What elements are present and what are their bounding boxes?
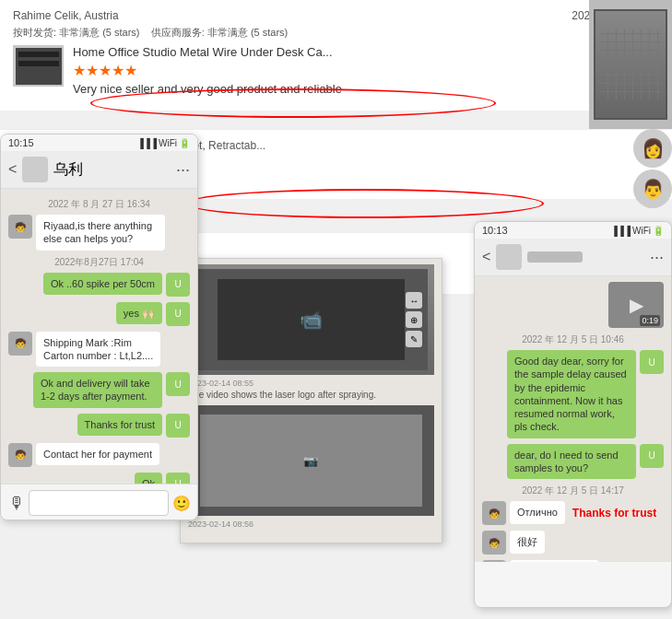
mid-product-img-inner: 📹 ↔ ⊕ ✎ xyxy=(195,269,429,370)
chat-avatar-sub: 🧒 xyxy=(482,560,506,562)
review-content-1: Home Office Studio Metal Wire Under Desk… xyxy=(73,45,659,96)
chat-avatar-right-trust: U xyxy=(166,414,190,438)
timestamp-left-2: 2022年8月27日 17:04 xyxy=(8,256,190,269)
right-avatar-1: 👩 xyxy=(633,129,672,168)
timestamp-right-1: 2022 年 12 月 5 日 10:46 xyxy=(482,333,664,346)
video-thumb-row: ▶ 0:19 xyxy=(482,282,664,328)
product-thumb-1 xyxy=(13,45,64,87)
video-duration: 0:19 xyxy=(640,315,660,326)
chat-avatar-right-4: U xyxy=(166,473,190,484)
bubble-left-3: Contact her for payment xyxy=(36,443,159,465)
right-avatar-2: 👨 xyxy=(633,169,672,208)
phone-left-bottom-bar: 🎙 🙂 ＋ xyxy=(1,484,197,520)
chat-msg-2: U Ok ..60 spike per 50cm xyxy=(8,273,190,297)
signal-icons-left: ▐▐▐ WiFi 🔋 xyxy=(137,138,190,148)
reviewer-header-1: Rahime Celik, Austria 2023-02-23 21:29 xyxy=(13,9,659,22)
bubble-right-4: Ok xyxy=(135,473,162,484)
reviewer-meta-1: 按时发货: 非常满意 (5 stars) 供应商服务: 非常满意 (5 star… xyxy=(13,26,659,40)
timestamp-right-2: 2022 年 12 月 5 日 14:17 xyxy=(482,485,664,497)
phone-left: 10:15 ▐▐▐ WiFi 🔋 < 乌利 ··· 2022 年 8 月 27 … xyxy=(0,134,198,520)
mid-caption: The video shows the laser logo after spr… xyxy=(188,390,434,400)
bubble-left-1: Riyaad,is there anything else can helps … xyxy=(36,215,165,251)
mid-timestamp-2: 2023-02-14 08:56 xyxy=(188,520,434,529)
chat-avatar-right-3: U xyxy=(166,372,190,396)
back-arrow-right[interactable]: < xyxy=(482,249,490,265)
bubble-right-1: Ok ..60 spike per 50cm xyxy=(43,273,162,295)
more-icon-left[interactable]: ··· xyxy=(176,160,190,180)
emoji-icon-left[interactable]: 🙂 xyxy=(172,495,191,512)
chat-msg-6: 🧒 Contact her for payment xyxy=(8,443,190,467)
bubble-otlichno: Отлично xyxy=(510,501,565,523)
bubble-good: 很好 xyxy=(510,531,545,553)
chat-msg-trust-left: U Thanks for trust xyxy=(8,414,190,438)
bubble-left-2: Shipping Mark :RimCarton number : Lt,L2.… xyxy=(36,332,160,368)
review-card-1: Home Office Studio Metal Wire Under Desk… xyxy=(13,45,659,96)
review-product-title-1: Home Office Studio Metal Wire Under Desk… xyxy=(73,45,659,59)
contact-name-right-blur xyxy=(527,251,583,263)
review-text-1: Very nice seller and very good product a… xyxy=(73,82,659,96)
bubble-r2: dear, do I need to send samples to you? xyxy=(507,444,636,480)
chat-avatar-r2: U xyxy=(640,444,664,468)
phone-left-time: 10:15 xyxy=(8,137,34,148)
back-arrow-icon[interactable]: < xyxy=(8,161,17,178)
chat-msg-5: U Ok and delivery will take 1-2 days aft… xyxy=(8,372,190,408)
mid-chat-inner: 📹 ↔ ⊕ ✎ 2023-02-14 08:55 The video shows… xyxy=(181,259,442,543)
ctrl-btn-2[interactable]: ⊕ xyxy=(406,311,422,328)
mid-lower-img: 📷 xyxy=(188,405,434,516)
product-photo-right xyxy=(589,0,672,129)
chat-msg-otlichno: 🧒 Отлично Thanks for trust xyxy=(482,501,664,525)
signal-icons-right: ▐▐▐ WiFi 🔋 xyxy=(611,226,664,236)
mid-product-video: 📹 ↔ ⊕ ✎ xyxy=(188,264,434,375)
ctrl-btn-3[interactable]: ✎ xyxy=(406,331,422,347)
timestamp-left-1: 2022 年 8 月 27 日 16:34 xyxy=(8,198,190,211)
chat-msg-4: 🧒 Shipping Mark :RimCarton number : Lt,L… xyxy=(8,332,190,368)
chat-avatar-good: 🧒 xyxy=(482,531,506,555)
chat-msg-sub: 🧒 请联系额外头像缩写 xyxy=(482,560,664,562)
review-stars-1: ★★★★★ xyxy=(73,62,659,79)
video-thumbnail: ▶ 0:19 xyxy=(608,282,664,328)
chat-avatar-right-2: U xyxy=(166,302,190,326)
phone-left-header: < 乌利 ··· xyxy=(1,151,197,189)
chat-area-right[interactable]: ▶ 0:19 2022 年 12 月 5 日 10:46 U Good day … xyxy=(475,276,671,562)
chat-msg-good: 🧒 很好 xyxy=(482,531,664,555)
review-section-1: Rahime Celik, Austria 2023-02-23 21:29 按… xyxy=(0,0,672,111)
contact-info-right xyxy=(496,244,644,270)
chat-msg-7: U Ok xyxy=(8,473,190,484)
phone-left-status-bar: 10:15 ▐▐▐ WiFi 🔋 xyxy=(1,134,197,151)
phone-right-time: 10:13 xyxy=(482,225,508,236)
bubble-r1: Good day dear, sorry for the sample dela… xyxy=(507,350,636,438)
chat-avatar-left-2: 🧒 xyxy=(8,332,32,356)
reviewer-name-1: Rahime Celik, Austria xyxy=(13,9,119,22)
phone-right: 10:13 ▐▐▐ WiFi 🔋 < ··· ▶ 0:19 2022 年 12 … xyxy=(474,221,672,608)
thanks-trust-text: Thanks for trust xyxy=(572,507,656,520)
chat-avatar-left-3: 🧒 xyxy=(8,443,32,467)
chat-avatar-r1: U xyxy=(640,350,664,374)
chat-avatar-right-1: U xyxy=(166,273,190,297)
contact-info: 乌利 xyxy=(22,157,171,182)
mid-product-controls: ↔ ⊕ ✎ xyxy=(406,292,422,347)
phone-right-status-bar: 10:13 ▐▐▐ WiFi 🔋 xyxy=(475,222,671,239)
contact-avatar-right xyxy=(496,244,522,270)
plus-icon-left[interactable]: ＋ xyxy=(195,492,198,514)
chat-area-left[interactable]: 2022 年 8 月 27 日 16:34 🧒 Riyaad,is there … xyxy=(1,189,197,484)
bubble-thanks-trust-left: Thanks for trust xyxy=(77,414,162,436)
phone-right-header: < ··· xyxy=(475,239,671,276)
voice-icon[interactable]: 🎙 xyxy=(8,494,25,513)
bubble-right-2: yes 🙌🏻 xyxy=(116,302,162,324)
chat-msg-right-1: U Good day dear, sorry for the sample de… xyxy=(482,350,664,438)
contact-avatar-left xyxy=(22,157,48,182)
contact-name-left: 乌利 xyxy=(53,160,83,180)
ctrl-btn-1[interactable]: ↔ xyxy=(406,292,422,309)
chat-msg-right-2: U dear, do I need to send samples to you… xyxy=(482,444,664,480)
bubble-right-3: Ok and delivery will take 1-2 days after… xyxy=(33,372,162,408)
more-icon-right[interactable]: ··· xyxy=(650,248,664,267)
mid-timestamp-1: 2023-02-14 08:55 xyxy=(188,379,434,388)
chat-input-left[interactable] xyxy=(29,490,169,516)
chat-msg-1: 🧒 Riyaad,is there anything else can help… xyxy=(8,215,190,251)
bubble-sub: 请联系额外头像缩写 xyxy=(510,560,599,562)
middle-chat: 📹 ↔ ⊕ ✎ 2023-02-14 08:55 The video shows… xyxy=(180,258,442,543)
chat-msg-3: U yes 🙌🏻 xyxy=(8,302,190,326)
chat-avatar-otlichno: 🧒 xyxy=(482,501,506,525)
chat-avatar-left-1: 🧒 xyxy=(8,215,32,239)
right-avatars: 👩 👨 xyxy=(633,129,672,208)
